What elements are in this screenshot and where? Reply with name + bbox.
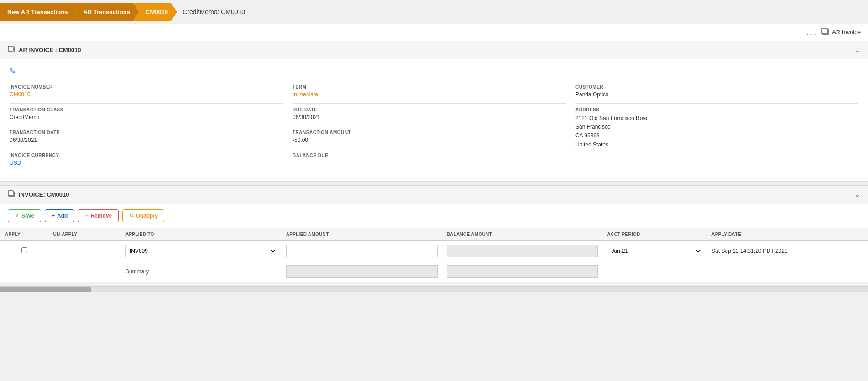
address-field: ADDRESS 2121 Old San Francisco Road San … <box>575 104 858 153</box>
address-line4: United States <box>575 141 608 148</box>
unapply-refresh-icon: ↻ <box>129 213 134 219</box>
add-button-label: Add <box>57 213 68 219</box>
ar-invoice-section-header[interactable]: AR INVOICE : CM0010 ⌄ <box>0 41 868 59</box>
breadcrumb-item-2[interactable]: AR Transactions <box>70 0 139 24</box>
transaction-class-field: TRANSACTION CLASS CreditMemo <box>10 104 283 126</box>
summary-apply-date-cell <box>707 261 868 282</box>
fields-col-3: CUSTOMER Panda Optics ADDRESS 2121 Old S… <box>575 81 858 172</box>
save-button[interactable]: ✓ Save <box>8 209 41 222</box>
address-line2: San Francisco <box>575 124 611 130</box>
remove-minus-icon: − <box>85 213 88 219</box>
ar-invoice-label: AR Invoice <box>832 29 861 36</box>
remove-button[interactable]: − Remove <box>78 209 119 222</box>
row-checkbox-cell <box>0 241 49 261</box>
summary-unapply-cell <box>49 261 121 282</box>
invoice-number-field: INVOICE NUMBER CM0010 <box>10 81 283 104</box>
due-date-value: 06/30/2021 <box>293 114 566 120</box>
invoice-section-title: INVOICE: CM0010 <box>19 191 69 198</box>
save-button-label: Save <box>21 213 34 219</box>
apply-date-value: Sat Sep 11 14:31:20 PDT 2021 <box>711 248 788 254</box>
transaction-amount-field: TRANSACTION AMOUNT -50.00 <box>293 126 566 149</box>
scrollbar-thumb[interactable] <box>0 287 91 292</box>
add-button[interactable]: + Add <box>45 209 74 222</box>
invoice-section-title-area: INVOICE: CM0010 <box>8 190 69 199</box>
col-header-balance-amount: BALANCE AMOUNT <box>442 228 603 241</box>
acct-period-select[interactable]: Jun-21 <box>607 245 702 257</box>
invoice-cm0010-section: INVOICE: CM0010 ⌄ ✓ Save + Add − Remove … <box>0 185 868 282</box>
breadcrumb-new-ar[interactable]: New AR Transactions <box>0 3 77 21</box>
ar-invoice-section: AR INVOICE : CM0010 ⌄ ✎ INVOICE NUMBER C… <box>0 41 868 182</box>
transaction-class-value: CreditMemo <box>10 114 283 120</box>
breadcrumb-ar-transactions[interactable]: AR Transactions <box>70 3 139 21</box>
ar-invoice-button[interactable]: AR Invoice <box>821 27 861 37</box>
edit-icon[interactable]: ✎ <box>10 67 858 75</box>
customer-value: Panda Optics <box>575 91 858 98</box>
row-unapply-cell <box>49 241 121 261</box>
row-applied-to-cell: INV009 <box>121 241 282 261</box>
row-checkbox[interactable] <box>21 247 27 253</box>
summary-balance-amount-cell <box>442 261 603 282</box>
ar-invoice-section-title-area: AR INVOICE : CM0010 <box>8 46 81 54</box>
breadcrumb-cm0010[interactable]: CM0010 <box>133 3 177 21</box>
summary-label: Summary <box>125 268 149 275</box>
add-plus-icon: + <box>52 213 55 219</box>
svg-rect-5 <box>8 191 13 196</box>
invoice-table: APPLY UN-APPLY APPLIED TO APPLIED AMOUNT… <box>0 228 868 282</box>
col-header-unapply: UN-APPLY <box>49 228 121 241</box>
address-line1: 2121 Old San Francisco Road <box>575 115 649 121</box>
summary-applied-amount <box>286 265 438 278</box>
top-action-bar: ... AR Invoice <box>0 24 868 41</box>
address-label: ADDRESS <box>575 107 858 112</box>
more-options-icon[interactable]: ... <box>806 27 817 37</box>
invoice-currency-field: INVOICE CURRENCY USD <box>10 149 283 172</box>
transaction-amount-value: -50.00 <box>293 137 566 143</box>
breadcrumb-current: CreditMemo: CM0010 <box>183 8 245 16</box>
breadcrumb-new-ar-label: New AR Transactions <box>7 9 68 16</box>
horizontal-scrollbar[interactable] <box>0 286 868 292</box>
summary-apply-cell <box>0 261 49 282</box>
breadcrumb-item-1[interactable]: New AR Transactions <box>0 0 77 24</box>
ar-invoice-collapse-icon[interactable]: ⌄ <box>854 46 860 54</box>
copy-icon <box>821 27 829 37</box>
breadcrumb: New AR Transactions AR Transactions CM00… <box>0 0 868 24</box>
breadcrumb-cm0010-label: CM0010 <box>146 9 168 16</box>
save-check-icon: ✓ <box>15 213 19 219</box>
row-apply-date-cell: Sat Sep 11 14:31:20 PDT 2021 <box>707 241 868 261</box>
applied-to-select[interactable]: INV009 <box>125 245 277 257</box>
transaction-amount-label: TRANSACTION AMOUNT <box>293 130 566 135</box>
svg-rect-1 <box>822 28 827 34</box>
customer-field: CUSTOMER Panda Optics <box>575 81 858 104</box>
address-line3: CA 95363 <box>575 132 600 139</box>
ar-invoice-form: ✎ INVOICE NUMBER CM0010 TRANSACTION CLAS… <box>0 59 868 181</box>
summary-row: Summary <box>0 261 868 282</box>
table-row: INV009 Jun-21 Sat Sep 11 14:31:20 PDT 20… <box>0 241 868 261</box>
due-date-field: DUE DATE 06/30/2021 <box>293 104 566 126</box>
ar-invoice-section-title: AR INVOICE : CM0010 <box>19 47 81 53</box>
svg-rect-3 <box>8 46 13 51</box>
invoice-section-header[interactable]: INVOICE: CM0010 ⌄ <box>0 186 868 204</box>
invoice-toolbar: ✓ Save + Add − Remove ↻ Unapply <box>0 204 868 228</box>
term-value[interactable]: Immediate <box>293 91 566 98</box>
row-acct-period-cell: Jun-21 <box>602 241 707 261</box>
col-header-applied-amount: APPLIED AMOUNT <box>282 228 442 241</box>
unapply-button[interactable]: ↻ Unapply <box>122 209 164 222</box>
col-header-acct-period: ACCT PERIOD <box>602 228 707 241</box>
applied-amount-input[interactable] <box>286 245 438 257</box>
due-date-label: DUE DATE <box>293 107 566 112</box>
row-applied-amount-cell <box>282 241 442 261</box>
invoice-currency-value[interactable]: USD <box>10 160 283 166</box>
remove-button-label: Remove <box>90 213 112 219</box>
invoice-copy-icon <box>8 190 15 199</box>
invoice-number-label: INVOICE NUMBER <box>10 84 283 89</box>
breadcrumb-ar-transactions-label: AR Transactions <box>83 9 130 16</box>
fields-col-1: INVOICE NUMBER CM0010 TRANSACTION CLASS … <box>10 81 293 172</box>
customer-label: CUSTOMER <box>575 84 858 89</box>
col-header-apply-date: APPLY DATE <box>707 228 868 241</box>
fields-col-2: TERM Immediate DUE DATE 06/30/2021 TRANS… <box>293 81 575 172</box>
invoice-number-value[interactable]: CM0010 <box>10 91 283 98</box>
balance-amount-input <box>447 245 598 257</box>
balance-due-label: BALANCE DUE <box>293 153 566 158</box>
breadcrumb-item-3[interactable]: CM0010 <box>133 0 177 24</box>
invoice-collapse-icon[interactable]: ⌄ <box>854 190 860 199</box>
summary-applied-amount-cell <box>282 261 442 282</box>
